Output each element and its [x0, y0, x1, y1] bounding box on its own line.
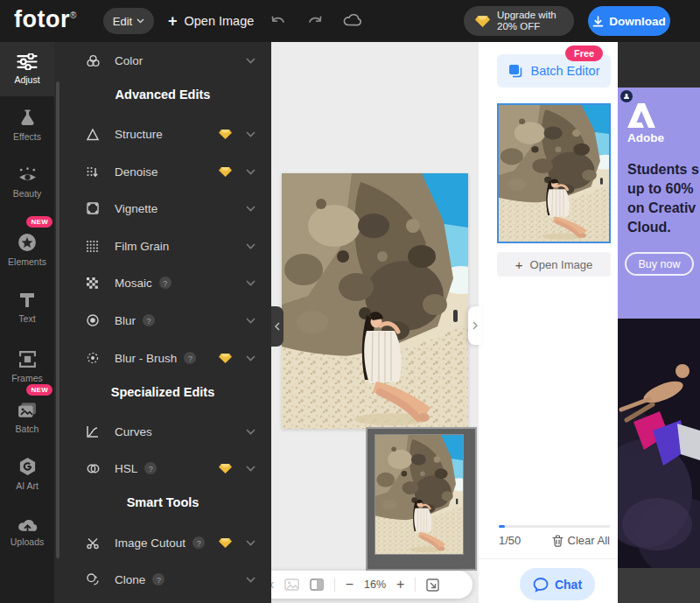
chevron-down-icon[interactable] [246, 58, 256, 64]
batch-capacity-fill [499, 525, 505, 528]
batch-capacity-bar [499, 525, 610, 528]
tool-row-curves[interactable]: Curves [54, 418, 271, 445]
navigator-panel[interactable] [366, 427, 477, 571]
undo-icon[interactable] [270, 13, 287, 27]
editor-canvas[interactable] [271, 42, 479, 603]
ad-headline-line: on Creativ [627, 199, 699, 218]
tool-label: HSL [115, 462, 137, 475]
beauty-eye-icon [18, 167, 38, 184]
adobe-logo-icon [627, 103, 655, 131]
structure-icon [86, 128, 102, 141]
chevron-down-icon[interactable] [246, 131, 256, 137]
new-badge: NEW [26, 216, 52, 228]
batch-editor-label: Batch Editor [531, 64, 600, 78]
free-badge: Free [565, 46, 603, 61]
sidebar-item-label: Effects [13, 131, 41, 142]
chevron-down-icon[interactable] [246, 280, 256, 286]
pro-gem-icon [219, 129, 232, 140]
tool-row-mosaic[interactable]: Mosaic ? [54, 270, 271, 296]
collapse-tools-panel-handle[interactable] [271, 306, 284, 347]
tool-row-denoise[interactable]: Denoise [54, 158, 271, 185]
zoom-in-button[interactable]: + [396, 578, 404, 592]
ad-choices-icon[interactable] [620, 90, 633, 102]
buy-now-button[interactable]: Buy now [625, 252, 694, 276]
dancers-ad-image[interactable] [618, 319, 700, 568]
compare-before-after-icon[interactable] [310, 578, 324, 591]
edit-menu-button[interactable]: Edit [103, 8, 154, 34]
section-header-specialized-edits: Specialized Edits [54, 385, 271, 399]
batch-layers-icon [508, 64, 524, 78]
help-icon[interactable]: ? [184, 352, 196, 364]
chevron-down-icon[interactable] [246, 540, 256, 546]
chat-button[interactable]: Chat [520, 568, 595, 600]
tool-label: Mosaic [115, 277, 152, 290]
fotor-logo[interactable]: fotor® [14, 6, 77, 33]
sidebar-item-effects[interactable]: Effects [0, 98, 54, 152]
zoom-level-value[interactable]: 16% [364, 578, 386, 591]
chevron-down-icon[interactable] [246, 577, 256, 583]
canvas-photo[interactable] [282, 173, 468, 429]
ad-headline-line: up to 60% [627, 179, 699, 199]
zoom-toolbar: px − 16% + [252, 571, 472, 599]
sidebar-item-batch[interactable]: NEW Batch [0, 382, 54, 445]
tool-row-clone[interactable]: Clone ? [54, 566, 271, 592]
tool-row-color[interactable]: Color [54, 47, 271, 74]
batch-image-thumbnail[interactable] [497, 103, 611, 243]
adobe-ad[interactable]: Adobe Students s up to 60% on Creativ Cl… [618, 88, 700, 319]
chevron-down-icon[interactable] [246, 169, 256, 175]
chevron-down-icon[interactable] [246, 318, 256, 324]
divider [415, 578, 416, 592]
chevron-down-icon[interactable] [246, 243, 256, 249]
navigator-thumbnail[interactable] [375, 435, 463, 554]
uploads-cloud-icon [18, 516, 38, 532]
sidebar-item-ai-art[interactable]: AI Art [0, 446, 54, 501]
help-icon[interactable]: ? [192, 536, 205, 549]
sidebar-item-adjust[interactable]: Adjust [0, 42, 54, 96]
sidebar-item-beauty[interactable]: Beauty [0, 156, 54, 210]
clear-all-button[interactable]: Clear All [552, 534, 610, 547]
divider [334, 578, 335, 592]
help-icon[interactable]: ? [144, 462, 157, 474]
sidebar-item-label: AI Art [16, 480, 38, 491]
batch-icon [18, 402, 37, 419]
help-icon[interactable]: ? [152, 573, 164, 585]
ad-headline: Students s up to 60% on Creativ Cloud. [627, 160, 699, 237]
download-button[interactable]: Download [588, 6, 670, 36]
adjust-sliders-icon [17, 53, 38, 70]
top-bar: fotor® Edit + Open Image Upgrade with 2 [0, 0, 700, 42]
effects-flask-icon [18, 109, 37, 127]
image-preview-icon[interactable] [284, 578, 299, 591]
blur-icon [86, 313, 102, 327]
tool-row-film-grain[interactable]: Film Grain [54, 233, 271, 259]
open-image-button[interactable]: + Open Image [168, 8, 254, 34]
chevron-down-icon[interactable] [246, 466, 256, 472]
sidebar-item-elements[interactable]: NEW Elements [0, 214, 54, 277]
help-icon[interactable]: ? [159, 277, 172, 289]
chevron-down-icon[interactable] [246, 429, 256, 435]
chevron-down-icon[interactable] [246, 355, 256, 361]
tool-row-structure[interactable]: Structure [54, 121, 271, 147]
curves-icon [86, 424, 102, 438]
redo-icon[interactable] [306, 13, 324, 27]
tool-label: Image Cutout [115, 536, 186, 550]
tool-row-blur-brush[interactable]: Blur - Brush ? [54, 345, 271, 371]
tool-row-blur[interactable]: Blur ? [54, 307, 271, 333]
fit-screen-icon[interactable] [426, 578, 439, 592]
cloud-sync-icon[interactable] [343, 12, 362, 27]
chevron-down-icon[interactable] [246, 206, 256, 212]
sidebar-item-text[interactable]: Text [0, 280, 54, 334]
sidebar-item-uploads[interactable]: Uploads [0, 504, 54, 558]
tool-row-vignette[interactable]: Vignette [54, 195, 271, 221]
upgrade-button[interactable]: Upgrade with 20% OFF [464, 6, 574, 36]
batch-open-image-button[interactable]: + Open Image [497, 252, 611, 277]
zoom-out-button[interactable]: − [346, 578, 354, 592]
tool-row-image-cutout[interactable]: Image Cutout ? [54, 529, 271, 556]
text-icon [18, 291, 36, 309]
ad-column: Adobe Students s up to 60% on Creativ Cl… [618, 42, 700, 603]
clone-icon [86, 572, 102, 586]
help-icon[interactable]: ? [143, 314, 155, 326]
collapse-batch-panel-handle[interactable] [468, 306, 482, 345]
tool-row-hsl[interactable]: HSL ? [54, 455, 271, 481]
elements-star-icon [18, 233, 37, 252]
tool-label: Curves [115, 425, 152, 438]
